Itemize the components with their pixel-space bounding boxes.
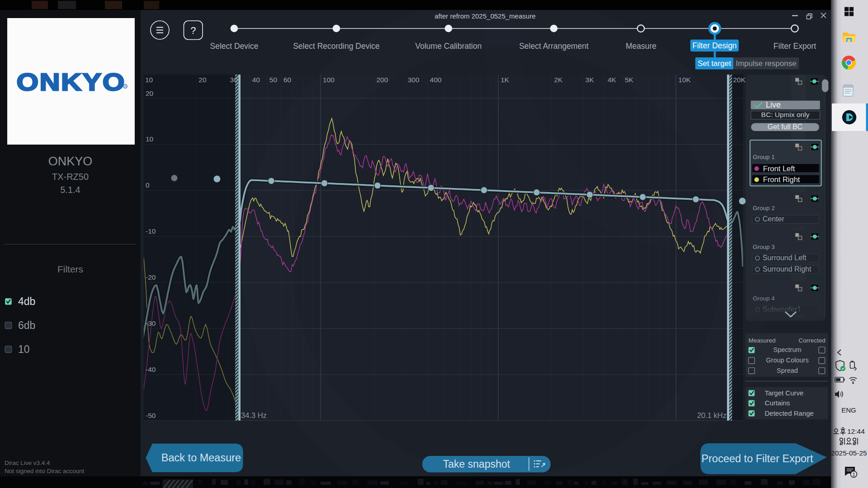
svg-text:Curtains: Curtains (765, 399, 790, 407)
svg-text:Center: Center (763, 215, 785, 223)
svg-text:1: 1 (852, 472, 855, 477)
svg-text:4K: 4K (608, 76, 617, 84)
svg-text:-20: -20 (146, 273, 156, 281)
svg-text:Group 3: Group 3 (753, 244, 775, 250)
svg-text:Proceed to Filter Export: Proceed to Filter Export (702, 453, 813, 465)
svg-text:20: 20 (198, 76, 207, 84)
svg-text:Get full BC: Get full BC (768, 123, 802, 131)
svg-text:Group 2: Group 2 (753, 205, 775, 211)
svg-text:Live: Live (766, 100, 781, 109)
svg-text:Target Curve: Target Curve (765, 389, 804, 397)
svg-text:20.1 kHz: 20.1 kHz (697, 411, 726, 419)
svg-text:400: 400 (430, 76, 442, 84)
svg-text:Front Left: Front Left (763, 164, 795, 173)
svg-text:34.3 Hz: 34.3 Hz (241, 411, 267, 419)
svg-text:2025-05-25: 2025-05-25 (831, 449, 867, 457)
svg-text:Group 1: Group 1 (753, 154, 775, 160)
svg-text:-50: -50 (146, 412, 156, 419)
svg-text:Spectrum: Spectrum (773, 346, 801, 353)
svg-text:Measure: Measure (626, 42, 656, 51)
svg-text:Set target: Set target (698, 59, 731, 68)
svg-text:Spread: Spread (777, 367, 798, 374)
svg-text:3K: 3K (585, 76, 594, 84)
svg-text:after refrom 2025_0525_measure: after refrom 2025_0525_measure (434, 12, 535, 20)
svg-text:30: 30 (230, 76, 238, 84)
svg-text:Group Colours: Group Colours (766, 357, 808, 364)
svg-text:Back to Measure: Back to Measure (161, 452, 241, 464)
svg-text:-30: -30 (146, 319, 156, 327)
svg-text:Corrected: Corrected (798, 337, 825, 344)
svg-text:?: ? (190, 25, 196, 36)
svg-text:-10: -10 (146, 227, 156, 235)
svg-text:ENG: ENG (841, 406, 856, 414)
svg-text:2K: 2K (554, 76, 563, 84)
svg-text:Take snapshot: Take snapshot (443, 458, 510, 470)
svg-text:60: 60 (283, 76, 292, 84)
svg-text:100: 100 (323, 76, 335, 84)
svg-text:50: 50 (269, 76, 278, 84)
svg-text:200: 200 (376, 76, 388, 84)
svg-text:-40: -40 (146, 366, 156, 373)
svg-text:Front Right: Front Right (763, 175, 800, 183)
svg-text:Select Device: Select Device (210, 42, 259, 51)
svg-text:Surround Right: Surround Right (763, 265, 811, 273)
svg-text:12:44: 12:44 (847, 427, 865, 435)
svg-text:Volume Calibration: Volume Calibration (415, 42, 482, 51)
svg-text:Filter Export: Filter Export (774, 42, 816, 51)
svg-text:BC: Upmix only: BC: Upmix only (761, 111, 810, 118)
svg-text:Surround Left: Surround Left (763, 254, 807, 262)
svg-text:Impulse response: Impulse response (736, 59, 796, 68)
svg-text:0: 0 (146, 181, 150, 189)
svg-text:Select Recording Device: Select Recording Device (293, 42, 380, 51)
svg-text:Measured: Measured (749, 337, 776, 344)
svg-text:10K: 10K (678, 76, 691, 84)
svg-text:Detected Range: Detected Range (765, 409, 814, 417)
svg-text:1K: 1K (500, 76, 509, 84)
svg-text:10: 10 (146, 135, 154, 143)
svg-text:Filter Design: Filter Design (692, 41, 736, 50)
svg-text:Select Arrangement: Select Arrangement (519, 42, 589, 51)
svg-text:20: 20 (146, 89, 154, 97)
svg-text:5K: 5K (625, 76, 634, 84)
svg-text:40: 40 (252, 76, 260, 84)
svg-text:300: 300 (408, 76, 420, 84)
svg-text:10: 10 (145, 76, 153, 84)
